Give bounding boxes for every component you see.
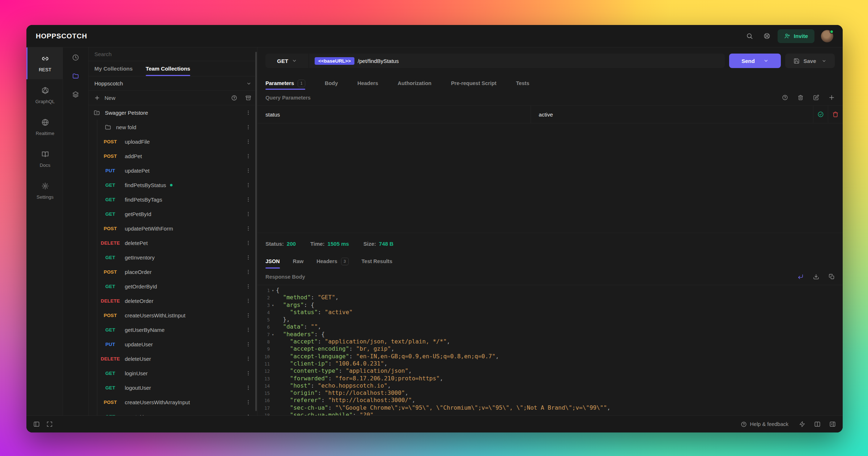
kebab-menu-icon[interactable] — [242, 211, 254, 217]
kebab-menu-icon[interactable] — [242, 168, 254, 174]
request-row[interactable]: GETloginUser — [89, 366, 257, 380]
kebab-menu-icon[interactable] — [242, 225, 254, 232]
send-button[interactable]: Send — [729, 54, 781, 68]
kebab-menu-icon[interactable] — [242, 370, 254, 376]
kebab-menu-icon[interactable] — [242, 110, 254, 116]
sidebar-item-docs[interactable]: Docs — [26, 143, 63, 175]
tab-body[interactable]: Body — [325, 77, 338, 90]
request-row[interactable]: GETgetPetById — [89, 207, 257, 221]
kebab-menu-icon[interactable] — [242, 327, 254, 333]
sidebar-item-settings[interactable]: Settings — [26, 175, 63, 207]
response-tab-test-results[interactable]: Test Results — [362, 254, 392, 269]
plus-icon[interactable] — [94, 95, 100, 101]
method-selector[interactable]: GET — [265, 54, 309, 68]
shortcuts-zap-icon[interactable] — [796, 418, 809, 431]
kebab-menu-icon[interactable] — [242, 341, 254, 347]
kebab-menu-icon[interactable] — [242, 197, 254, 203]
search-icon[interactable] — [743, 29, 757, 43]
request-row[interactable]: GETfindPetsByStatus — [89, 178, 257, 192]
help-circle-icon[interactable] — [782, 94, 788, 101]
response-body-code[interactable]: 1▾{2 "method": "GET",3▾ "args": {4 "stat… — [258, 285, 843, 415]
tab-authorization[interactable]: Authorization — [397, 77, 431, 90]
team-selector[interactable]: Hoppscotch — [89, 76, 257, 91]
invite-button[interactable]: Invite — [778, 29, 814, 43]
request-row[interactable]: DELETEdeletePet — [89, 236, 257, 250]
kebab-menu-icon[interactable] — [242, 254, 254, 261]
delete-all-trash-icon[interactable] — [797, 94, 804, 101]
parameter-value-input[interactable]: active — [531, 106, 813, 123]
request-row[interactable]: GETfindPetsByTags — [89, 192, 257, 207]
request-row[interactable]: GETgetInventory — [89, 250, 257, 265]
collections-scrollbar[interactable] — [255, 52, 257, 411]
download-icon[interactable] — [813, 274, 819, 280]
tab-team-collections[interactable]: Team Collections — [146, 61, 190, 76]
sidebar-item-rest[interactable]: REST — [26, 47, 63, 79]
kebab-menu-icon[interactable] — [242, 139, 254, 145]
sidebar-item-graphql[interactable]: GraphQL — [26, 79, 63, 111]
tab-headers[interactable]: Headers — [357, 77, 378, 90]
request-row[interactable]: POSTplaceOrder — [89, 265, 257, 279]
split-panel-icon[interactable] — [811, 418, 824, 431]
parameter-active-toggle[interactable] — [813, 106, 828, 123]
tab-tests[interactable]: Tests — [516, 77, 529, 90]
kebab-menu-icon[interactable] — [242, 269, 254, 275]
request-row[interactable]: POSTcreateUsersWithListInput — [89, 308, 257, 322]
expand-fullscreen-icon[interactable] — [43, 418, 56, 431]
collections-search-input[interactable]: Search — [89, 47, 257, 61]
request-row[interactable]: POSTupdatePetWithForm — [89, 221, 257, 236]
chevron-down-icon — [292, 58, 297, 63]
response-tab-headers[interactable]: Headers3 — [316, 254, 348, 269]
kebab-menu-icon[interactable] — [242, 240, 254, 246]
edit-icon[interactable] — [813, 94, 819, 101]
tab-parameters[interactable]: Parameters1 — [265, 77, 305, 90]
folder-row[interactable]: new fold — [89, 120, 257, 134]
avatar[interactable] — [821, 30, 833, 42]
collections-folder-icon[interactable] — [68, 69, 83, 83]
response-tab-json[interactable]: JSON — [265, 254, 280, 269]
request-row[interactable]: GETgetUserByName — [89, 322, 257, 337]
toggle-sidebar-icon[interactable] — [30, 418, 43, 431]
request-row[interactable]: GETcreateUser — [89, 409, 257, 415]
request-row[interactable]: POSTaddPet — [89, 149, 257, 163]
request-row[interactable]: DELETEdeleteOrder — [89, 294, 257, 308]
kebab-menu-icon[interactable] — [242, 385, 254, 391]
collection-row[interactable]: Swagger Petstore — [89, 105, 257, 120]
kebab-menu-icon[interactable] — [242, 124, 254, 130]
response-tab-raw[interactable]: Raw — [293, 254, 304, 269]
url-input[interactable]: <<baseURL>> /pet/findByStatus — [309, 54, 725, 68]
copy-icon[interactable] — [829, 274, 835, 280]
tab-pre-request-script[interactable]: Pre-request Script — [451, 77, 497, 90]
kebab-menu-icon[interactable] — [242, 312, 254, 318]
sidebar-item-realtime[interactable]: Realtime — [26, 111, 63, 143]
kebab-menu-icon[interactable] — [242, 298, 254, 304]
kebab-menu-icon[interactable] — [242, 356, 254, 362]
request-row[interactable]: POSTcreateUsersWithArrayInput — [89, 395, 257, 409]
request-row[interactable]: PUTupdatePet — [89, 163, 257, 178]
code-line: 3▾ "args": { — [260, 301, 843, 309]
add-parameter-plus-icon[interactable] — [829, 94, 835, 101]
tab-my-collections[interactable]: My Collections — [94, 61, 133, 76]
request-row[interactable]: POSTuploadFile — [89, 134, 257, 149]
kebab-menu-icon[interactable] — [242, 414, 254, 416]
archive-icon[interactable] — [245, 95, 251, 101]
fold-arrow-icon: ▾ — [270, 287, 276, 294]
parameter-delete-button[interactable] — [828, 106, 843, 123]
help-circle-icon[interactable] — [231, 95, 237, 101]
parameter-key-input[interactable]: status — [258, 106, 531, 123]
history-icon[interactable] — [68, 50, 83, 65]
kebab-menu-icon[interactable] — [242, 182, 254, 188]
request-row[interactable]: PUTupdateUser — [89, 337, 257, 351]
kebab-menu-icon[interactable] — [242, 283, 254, 290]
new-collection-button[interactable]: New — [105, 95, 115, 101]
support-icon[interactable] — [760, 29, 774, 43]
request-row[interactable]: GETlogoutUser — [89, 380, 257, 395]
wrap-lines-icon[interactable] — [797, 274, 804, 280]
help-feedback-button[interactable]: Help & feedback — [741, 421, 788, 427]
kebab-menu-icon[interactable] — [242, 153, 254, 159]
request-row[interactable]: GETgetOrderById — [89, 279, 257, 294]
environments-layers-icon[interactable] — [68, 87, 83, 102]
request-row[interactable]: DELETEdeleteUser — [89, 351, 257, 366]
collapse-right-panel-icon[interactable] — [826, 418, 839, 431]
save-button[interactable]: Save — [785, 54, 835, 68]
kebab-menu-icon[interactable] — [242, 399, 254, 405]
